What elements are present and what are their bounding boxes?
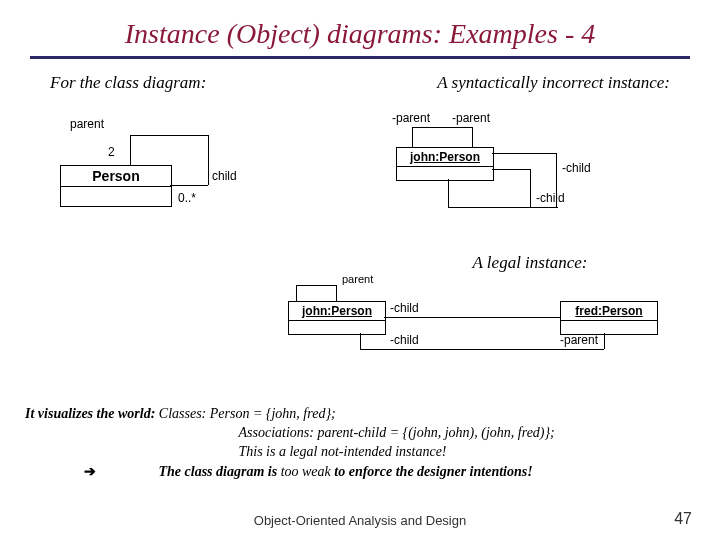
vis-line1: Classes: Person = {john, fred}; — [159, 406, 336, 421]
role-label: -child — [562, 161, 591, 175]
object-john-body — [397, 167, 493, 180]
bottom-text: It visualizes the world: Classes: Person… — [25, 405, 695, 482]
link-line — [360, 349, 604, 350]
assoc-line — [170, 185, 208, 186]
vis-line3: This is a legal not-intended instance! — [239, 444, 447, 459]
role-parent: parent — [70, 117, 104, 131]
link-line — [296, 285, 297, 301]
object-john-legal-label: john:Person — [289, 302, 385, 321]
object-john: john:Person — [396, 147, 494, 181]
link-line — [384, 317, 560, 318]
link-line — [492, 153, 556, 154]
footer-text: Object-Oriented Analysis and Design — [0, 513, 720, 528]
link-line — [448, 207, 558, 208]
role-label: -child — [390, 333, 419, 347]
role-label: -parent — [452, 111, 490, 125]
link-line — [360, 333, 361, 349]
role-label: parent — [342, 273, 373, 285]
subhead-right: A syntactically incorrect instance: — [437, 73, 670, 93]
final-a: The class diagram is — [159, 464, 281, 479]
object-john-label: john:Person — [397, 148, 493, 167]
link-line — [472, 127, 473, 147]
mult-child: 0..* — [178, 191, 196, 205]
role-label: -child — [390, 301, 419, 315]
class-name: Person — [61, 166, 171, 187]
link-line — [492, 169, 530, 170]
object-john-legal: john:Person — [288, 301, 386, 335]
assoc-line — [208, 135, 209, 185]
vis-line2: Associations: parent-child = {(john, joh… — [239, 425, 555, 440]
link-line — [412, 127, 472, 128]
role-label: -parent — [560, 333, 598, 347]
top-diagrams: Person parent 2 child 0..* john:Person -… — [0, 103, 720, 243]
arrow-icon: ➔ — [25, 462, 155, 481]
final-b: too weak — [281, 464, 335, 479]
role-label: -child — [536, 191, 565, 205]
object-fred-legal-label: fred:Person — [561, 302, 657, 321]
mult-parent: 2 — [108, 145, 115, 159]
object-fred-legal: fred:Person — [560, 301, 658, 335]
link-line — [448, 179, 449, 207]
subhead-left: For the class diagram: — [50, 73, 206, 93]
link-line — [604, 333, 605, 349]
link-line — [296, 285, 336, 286]
link-line — [412, 127, 413, 147]
role-child: child — [212, 169, 237, 183]
object-body — [289, 321, 385, 334]
legal-caption: A legal instance: — [340, 253, 720, 273]
class-person: Person — [60, 165, 172, 207]
role-label: -parent — [392, 111, 430, 125]
link-line — [336, 285, 337, 301]
subheads-row: For the class diagram: A syntactically i… — [0, 73, 720, 93]
title-underline — [30, 56, 690, 59]
page-number: 47 — [674, 510, 692, 528]
slide-title: Instance (Object) diagrams: Examples - 4 — [0, 0, 720, 56]
class-body — [61, 187, 171, 206]
vis-lead: It visualizes the world: — [25, 406, 155, 421]
assoc-line — [130, 135, 131, 165]
assoc-line — [130, 135, 208, 136]
final-c: to enforce the designer intentions! — [334, 464, 532, 479]
legal-diagram: john:Person fred:Person parent -child -c… — [0, 279, 720, 369]
link-line — [530, 169, 531, 207]
